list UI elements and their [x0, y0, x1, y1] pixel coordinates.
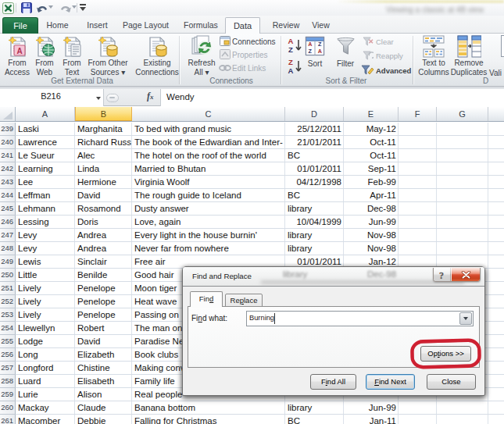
svg-text:A: A	[288, 37, 294, 45]
svg-text:Z: Z	[288, 45, 293, 54]
svg-text:?: ?	[439, 270, 444, 280]
svg-text:Z: Z	[318, 41, 322, 48]
svg-text:Z: Z	[309, 48, 313, 55]
svg-text:A: A	[318, 48, 323, 55]
svg-text:Z: Z	[288, 58, 293, 66]
svg-text:A: A	[288, 66, 294, 75]
svg-text:A: A	[308, 41, 313, 48]
svg-text:A: A	[16, 47, 22, 55]
